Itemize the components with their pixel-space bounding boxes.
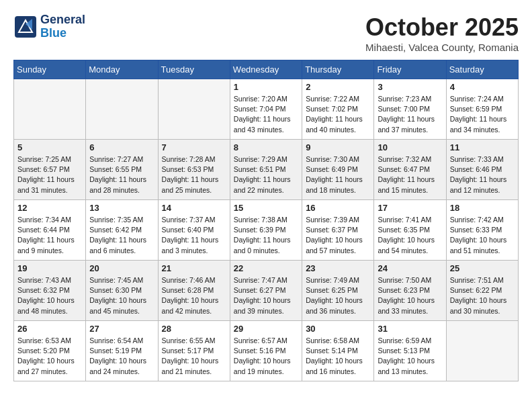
logo-icon (13, 15, 38, 39)
day-info: Sunrise: 7:24 AM Sunset: 6:59 PM Dayligh… (450, 94, 515, 135)
days-of-week-row: SundayMondayTuesdayWednesdayThursdayFrid… (14, 60, 519, 79)
page-header: General Blue October 2025 Mihaesti, Valc… (13, 13, 519, 53)
day-info: Sunrise: 7:27 AM Sunset: 6:55 PM Dayligh… (89, 154, 154, 195)
calendar-cell: 9Sunrise: 7:30 AM Sunset: 6:49 PM Daylig… (302, 140, 374, 200)
day-number: 21 (162, 263, 226, 273)
day-info: Sunrise: 6:58 AM Sunset: 5:14 PM Dayligh… (306, 336, 370, 377)
calendar-cell (446, 321, 518, 381)
day-number: 9 (306, 142, 370, 152)
day-info: Sunrise: 7:25 AM Sunset: 6:57 PM Dayligh… (17, 154, 82, 195)
calendar-cell: 20Sunrise: 7:45 AM Sunset: 6:30 PM Dayli… (86, 261, 158, 321)
calendar-cell: 28Sunrise: 6:55 AM Sunset: 5:17 PM Dayli… (158, 321, 230, 381)
calendar-cell: 21Sunrise: 7:46 AM Sunset: 6:28 PM Dayli… (158, 261, 230, 321)
calendar-cell: 27Sunrise: 6:54 AM Sunset: 5:19 PM Dayli… (86, 321, 158, 381)
day-header-tuesday: Tuesday (158, 60, 230, 79)
day-info: Sunrise: 7:23 AM Sunset: 7:00 PM Dayligh… (378, 94, 442, 135)
calendar-cell: 12Sunrise: 7:34 AM Sunset: 6:44 PM Dayli… (14, 200, 86, 261)
day-number: 14 (162, 203, 226, 213)
day-info: Sunrise: 7:35 AM Sunset: 6:42 PM Dayligh… (89, 215, 154, 256)
day-info: Sunrise: 7:51 AM Sunset: 6:22 PM Dayligh… (450, 275, 515, 316)
calendar-week-row: 26Sunrise: 6:53 AM Sunset: 5:20 PM Dayli… (14, 321, 519, 381)
calendar-cell: 19Sunrise: 7:43 AM Sunset: 6:32 PM Dayli… (14, 261, 86, 321)
day-info: Sunrise: 7:41 AM Sunset: 6:35 PM Dayligh… (378, 215, 442, 256)
logo-text: General Blue (40, 13, 85, 40)
calendar-week-row: 5Sunrise: 7:25 AM Sunset: 6:57 PM Daylig… (14, 140, 519, 200)
day-info: Sunrise: 7:45 AM Sunset: 6:30 PM Dayligh… (89, 275, 154, 316)
day-info: Sunrise: 6:59 AM Sunset: 5:13 PM Dayligh… (378, 336, 442, 377)
day-number: 10 (378, 142, 442, 152)
calendar-cell: 13Sunrise: 7:35 AM Sunset: 6:42 PM Dayli… (86, 200, 158, 261)
day-info: Sunrise: 7:42 AM Sunset: 6:33 PM Dayligh… (450, 215, 515, 256)
calendar-week-row: 12Sunrise: 7:34 AM Sunset: 6:44 PM Dayli… (14, 200, 519, 261)
calendar-cell (158, 79, 230, 140)
day-info: Sunrise: 7:28 AM Sunset: 6:53 PM Dayligh… (162, 154, 226, 195)
day-header-thursday: Thursday (302, 60, 374, 79)
day-number: 18 (450, 203, 515, 213)
day-number: 3 (378, 82, 442, 92)
day-number: 6 (89, 142, 154, 152)
day-number: 28 (162, 324, 226, 334)
day-info: Sunrise: 7:47 AM Sunset: 6:27 PM Dayligh… (234, 275, 298, 316)
day-number: 19 (17, 263, 82, 273)
day-number: 12 (17, 203, 82, 213)
day-number: 2 (306, 82, 370, 92)
day-number: 23 (306, 263, 370, 273)
calendar-cell: 29Sunrise: 6:57 AM Sunset: 5:16 PM Dayli… (230, 321, 302, 381)
location: Mihaesti, Valcea County, Romania (365, 42, 519, 53)
day-number: 16 (306, 203, 370, 213)
title-block: October 2025 Mihaesti, Valcea County, Ro… (365, 13, 519, 53)
day-info: Sunrise: 7:46 AM Sunset: 6:28 PM Dayligh… (162, 275, 226, 316)
calendar-cell: 31Sunrise: 6:59 AM Sunset: 5:13 PM Dayli… (374, 321, 446, 381)
calendar-cell: 22Sunrise: 7:47 AM Sunset: 6:27 PM Dayli… (230, 261, 302, 321)
calendar-cell: 6Sunrise: 7:27 AM Sunset: 6:55 PM Daylig… (86, 140, 158, 200)
day-header-wednesday: Wednesday (230, 60, 302, 79)
month-title: October 2025 (365, 13, 519, 42)
calendar-cell (86, 79, 158, 140)
day-header-sunday: Sunday (14, 60, 86, 79)
day-info: Sunrise: 7:32 AM Sunset: 6:47 PM Dayligh… (378, 154, 442, 195)
day-info: Sunrise: 6:54 AM Sunset: 5:19 PM Dayligh… (89, 336, 154, 377)
calendar-header: SundayMondayTuesdayWednesdayThursdayFrid… (14, 60, 519, 79)
calendar-week-row: 19Sunrise: 7:43 AM Sunset: 6:32 PM Dayli… (14, 261, 519, 321)
calendar-cell: 10Sunrise: 7:32 AM Sunset: 6:47 PM Dayli… (374, 140, 446, 200)
day-number: 7 (162, 142, 226, 152)
calendar-cell: 8Sunrise: 7:29 AM Sunset: 6:51 PM Daylig… (230, 140, 302, 200)
day-info: Sunrise: 7:38 AM Sunset: 6:39 PM Dayligh… (234, 215, 298, 256)
calendar-cell: 18Sunrise: 7:42 AM Sunset: 6:33 PM Dayli… (446, 200, 518, 261)
calendar-cell: 7Sunrise: 7:28 AM Sunset: 6:53 PM Daylig… (158, 140, 230, 200)
day-header-friday: Friday (374, 60, 446, 79)
day-number: 15 (234, 203, 298, 213)
day-number: 13 (89, 203, 154, 213)
day-info: Sunrise: 7:20 AM Sunset: 7:04 PM Dayligh… (234, 94, 298, 135)
day-number: 20 (89, 263, 154, 273)
day-header-saturday: Saturday (446, 60, 518, 79)
day-number: 1 (234, 82, 298, 92)
calendar-cell: 5Sunrise: 7:25 AM Sunset: 6:57 PM Daylig… (14, 140, 86, 200)
logo: General Blue (13, 13, 85, 40)
day-info: Sunrise: 7:22 AM Sunset: 7:02 PM Dayligh… (306, 94, 370, 135)
calendar-cell: 23Sunrise: 7:49 AM Sunset: 6:25 PM Dayli… (302, 261, 374, 321)
day-info: Sunrise: 6:53 AM Sunset: 5:20 PM Dayligh… (17, 336, 82, 377)
calendar-cell: 3Sunrise: 7:23 AM Sunset: 7:00 PM Daylig… (374, 79, 446, 140)
day-number: 30 (306, 324, 370, 334)
day-number: 17 (378, 203, 442, 213)
calendar-cell: 24Sunrise: 7:50 AM Sunset: 6:23 PM Dayli… (374, 261, 446, 321)
calendar-cell (14, 79, 86, 140)
day-info: Sunrise: 7:34 AM Sunset: 6:44 PM Dayligh… (17, 215, 82, 256)
calendar-cell: 2Sunrise: 7:22 AM Sunset: 7:02 PM Daylig… (302, 79, 374, 140)
day-number: 24 (378, 263, 442, 273)
day-number: 27 (89, 324, 154, 334)
day-info: Sunrise: 7:49 AM Sunset: 6:25 PM Dayligh… (306, 275, 370, 316)
calendar-cell: 16Sunrise: 7:39 AM Sunset: 6:37 PM Dayli… (302, 200, 374, 261)
day-number: 25 (450, 263, 515, 273)
calendar-cell: 15Sunrise: 7:38 AM Sunset: 6:39 PM Dayli… (230, 200, 302, 261)
day-number: 31 (378, 324, 442, 334)
calendar-cell: 17Sunrise: 7:41 AM Sunset: 6:35 PM Dayli… (374, 200, 446, 261)
day-number: 29 (234, 324, 298, 334)
calendar-cell: 30Sunrise: 6:58 AM Sunset: 5:14 PM Dayli… (302, 321, 374, 381)
day-info: Sunrise: 7:50 AM Sunset: 6:23 PM Dayligh… (378, 275, 442, 316)
day-number: 4 (450, 82, 515, 92)
day-number: 26 (17, 324, 82, 334)
day-number: 5 (17, 142, 82, 152)
calendar-week-row: 1Sunrise: 7:20 AM Sunset: 7:04 PM Daylig… (14, 79, 519, 140)
